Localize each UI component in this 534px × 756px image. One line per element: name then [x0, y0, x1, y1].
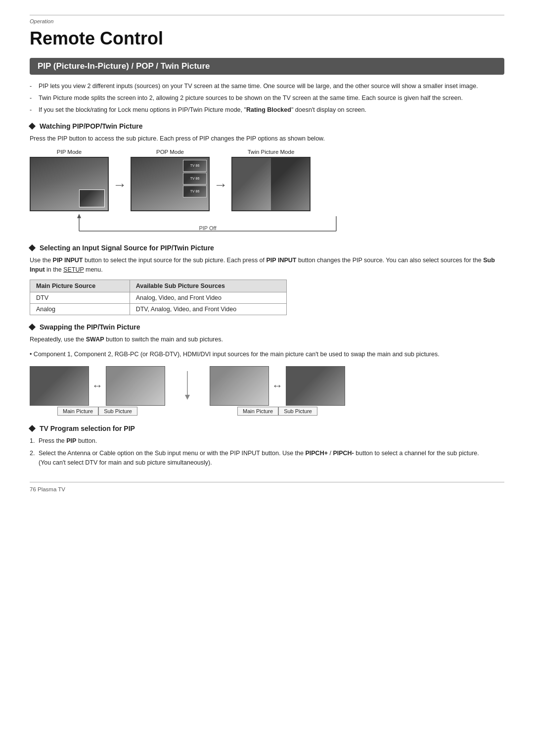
- svg-text:PIP Off: PIP Off: [199, 225, 217, 231]
- table-row-2: Analog DTV, Analog, Video, and Front Vid…: [30, 304, 287, 315]
- swap-group-2: ↔ Main Picture Sub Picture: [210, 366, 345, 416]
- pop-sub-3: TV 86: [183, 186, 207, 197]
- swap-images-2: ↔: [210, 366, 345, 406]
- pip-input-bold-2: PIP INPUT: [267, 257, 297, 264]
- diamond-icon-2: [29, 244, 36, 251]
- swap-main-label-1: Main Picture: [57, 407, 98, 416]
- swapping-text-1: Repeatedly, use the SWAP button to switc…: [30, 335, 504, 344]
- swap-sub-img-1: [106, 366, 165, 406]
- pip-off-line: PIP Off: [40, 211, 376, 236]
- pop-mode-image: TV 86 TV 86 TV 86: [131, 157, 210, 211]
- swapping-bullet-text: • Component 1, Component 2, RGB-PC (or R…: [30, 350, 504, 359]
- twin-right-content: [271, 158, 310, 210]
- section-heading: PIP (Picture-In-Picture) / POP / Twin Pi…: [30, 58, 504, 75]
- table-cell-dtv: DTV: [30, 292, 130, 304]
- swap-sub-label-2: Sub Picture: [278, 407, 317, 416]
- swap-images-1: ↔: [30, 366, 165, 406]
- table-row-1: DTV Analog, Video, and Front Video: [30, 292, 287, 304]
- pop-sub-1: TV 86: [183, 160, 207, 172]
- twin-mode-block: Twin Picture Mode: [231, 149, 311, 211]
- swap-separator: [170, 366, 205, 401]
- swap-arrow-1: ↔: [92, 379, 103, 392]
- pip-mode-block: PIP Mode: [30, 149, 109, 211]
- table-cell-analog: Analog: [30, 304, 130, 315]
- bullet-item-3: If you set the block/rating for Lock men…: [30, 105, 504, 115]
- selecting-title: Selecting an Input Signal Source for PIP…: [30, 244, 504, 252]
- pipch-minus-bold: PIPCH-: [333, 450, 354, 457]
- diamond-icon-4: [29, 425, 36, 432]
- pop-sub-boxes: TV 86 TV 86 TV 86: [183, 160, 207, 197]
- pip-mode-image: [30, 157, 109, 211]
- bottom-rule: [30, 482, 504, 482]
- diamond-icon-3: [29, 324, 36, 331]
- sub-input-bold: Sub Input: [30, 257, 495, 273]
- swap-sub-label-1: Sub Picture: [98, 407, 137, 416]
- diamond-icon: [29, 123, 36, 130]
- pip-bold-step1: PIP: [66, 437, 76, 444]
- step-1: 1. Press the PIP button.: [30, 436, 504, 446]
- svg-marker-6: [185, 395, 190, 400]
- pip-input-bold-1: PIP INPUT: [53, 257, 83, 264]
- table-header-col1: Main Picture Source: [30, 280, 130, 292]
- tv-program-steps: 1. Press the PIP button. 2. Select the A…: [30, 436, 504, 467]
- arrow-pip-to-pop: →: [113, 177, 127, 193]
- twin-mode-image: [231, 157, 311, 211]
- setup-underline: SETUP: [63, 266, 84, 273]
- twin-left-content: [232, 158, 271, 210]
- pop-sub-2: TV 86: [183, 173, 207, 185]
- pip-inset-image: [79, 189, 105, 207]
- tv-program-title: TV Program selection for PIP: [30, 425, 504, 432]
- swap-labels-2: Main Picture Sub Picture: [237, 407, 317, 416]
- table-header-col2: Available Sub Picture Sources: [130, 280, 286, 292]
- swap-main-img-2: [210, 366, 269, 406]
- section-label: Operation: [30, 18, 504, 24]
- swap-main-label-2: Main Picture: [237, 407, 278, 416]
- watching-text: Press the PIP button to access the sub p…: [30, 134, 504, 143]
- arrow-pop-to-twin: →: [214, 177, 227, 193]
- swap-sub-img-2: [286, 366, 345, 406]
- swap-group-1: ↔ Main Picture Sub Picture: [30, 366, 165, 416]
- bullet-item-1: PIP lets you view 2 different inputs (so…: [30, 82, 504, 91]
- table-cell-analog-sources: DTV, Analog, Video, and Front Video: [130, 304, 286, 315]
- pop-mode-block: POP Mode TV 86 TV 86 TV 86: [131, 149, 210, 211]
- intro-bullet-list: PIP lets you view 2 different inputs (so…: [30, 82, 504, 114]
- watching-title: Watching PIP/POP/Twin Picture: [30, 122, 504, 130]
- bullet-item-2: Twin Picture mode splits the screen into…: [30, 94, 504, 103]
- pip-diagram: PIP Mode → POP Mode TV 86 TV 86 TV 86 → …: [30, 149, 504, 211]
- pipch-plus-bold: PIPCH+: [305, 450, 328, 457]
- selecting-text: Use the PIP INPUT button to select the i…: [30, 256, 504, 275]
- swap-down-arrow: [180, 371, 195, 401]
- swap-bold: SWAP: [86, 336, 104, 343]
- source-table: Main Picture Source Available Sub Pictur…: [30, 280, 287, 315]
- swap-main-img-1: [30, 366, 89, 406]
- svg-marker-1: [77, 214, 81, 218]
- top-rule: [30, 15, 504, 15]
- table-cell-dtv-sources: Analog, Video, and Front Video: [130, 292, 286, 304]
- pip-off-svg: PIP Off: [40, 211, 376, 236]
- swap-diagram: ↔ Main Picture Sub Picture ↔ Main P: [30, 366, 504, 416]
- step-2: 2. Select the Antenna or Cable option on…: [30, 449, 504, 468]
- step2-note: (You can't select DTV for main and sub p…: [39, 459, 212, 466]
- pip-mode-label: PIP Mode: [57, 149, 82, 155]
- swapping-title: Swapping the PIP/Twin Picture: [30, 323, 504, 331]
- pop-mode-label: POP Mode: [156, 149, 184, 155]
- swap-labels-1: Main Picture Sub Picture: [57, 407, 137, 416]
- footer-label: 76 Plasma TV: [30, 486, 504, 492]
- page-title: Remote Control: [30, 28, 504, 49]
- swap-arrow-2: ↔: [272, 379, 283, 392]
- twin-mode-label: Twin Picture Mode: [248, 149, 295, 155]
